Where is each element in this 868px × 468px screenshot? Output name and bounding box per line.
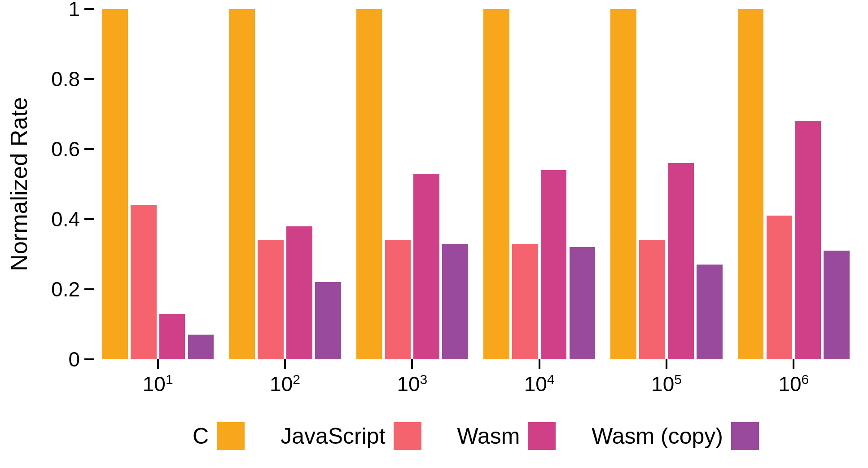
x-tick: 102 [270, 359, 300, 396]
y-tick-label: 0.8 [31, 67, 84, 91]
bar [824, 251, 850, 359]
x-tick-label: 102 [270, 372, 300, 396]
y-tick-mark [84, 8, 94, 10]
legend-swatch [731, 422, 759, 450]
y-tick: 0 [31, 347, 94, 371]
bar [767, 216, 793, 359]
bar [229, 9, 255, 359]
x-tick-label: 101 [143, 372, 173, 396]
x-tick-mark [793, 359, 794, 369]
x-tick-mark [666, 359, 667, 369]
x-tick-mark [411, 359, 413, 369]
bar [610, 9, 636, 359]
bar [286, 226, 312, 359]
y-tick-label: 0 [31, 347, 84, 371]
bar [258, 240, 284, 359]
y-axis-title: Normalized Rate [5, 97, 32, 271]
y-tick-mark [84, 218, 94, 220]
y-tick-label: 0.6 [31, 137, 84, 161]
x-tick: 106 [778, 359, 809, 396]
x-tick: 105 [651, 359, 682, 396]
y-tick-mark [84, 78, 94, 80]
x-axis-ticks: 101102103104105106 [94, 359, 857, 404]
y-tick-label: 1 [31, 0, 84, 21]
bar [159, 314, 185, 359]
legend: CJavaScriptWasmWasm (copy) [94, 422, 857, 450]
bars-layer [94, 9, 857, 359]
bar [795, 121, 821, 359]
y-tick: 0.4 [31, 207, 94, 231]
x-tick-label: 106 [778, 372, 809, 396]
bar [356, 9, 382, 359]
y-tick: 1 [31, 0, 94, 21]
y-tick-label: 0.2 [31, 277, 84, 301]
y-tick: 0.6 [31, 137, 94, 161]
y-tick: 0.2 [31, 277, 94, 301]
bar [385, 240, 411, 359]
x-tick: 103 [397, 359, 427, 396]
x-tick-mark [539, 359, 540, 369]
bar [512, 244, 538, 359]
bar [188, 335, 214, 359]
y-tick-mark [84, 288, 94, 290]
legend-swatch [394, 422, 421, 450]
legend-label: Wasm [457, 423, 520, 449]
y-tick-label: 0.4 [31, 207, 84, 231]
bar [442, 244, 468, 359]
y-tick-mark [84, 148, 94, 150]
legend-item: Wasm [457, 422, 556, 450]
legend-swatch [217, 422, 245, 450]
legend-label: Wasm (copy) [592, 423, 723, 449]
bar [483, 9, 509, 359]
x-tick-label: 104 [524, 372, 555, 396]
bar [102, 9, 128, 359]
bar [413, 174, 439, 359]
x-tick-mark [284, 359, 286, 369]
bar [738, 9, 764, 359]
legend-item: Wasm (copy) [592, 422, 759, 450]
x-tick: 101 [143, 359, 173, 396]
chart-container: Normalized Rate 00.20.40.60.81 101102103… [0, 0, 868, 468]
legend-label: C [193, 423, 209, 449]
x-tick-label: 103 [397, 372, 427, 396]
y-tick-mark [84, 358, 94, 360]
bar [668, 163, 694, 359]
bar [131, 205, 157, 359]
legend-label: JavaScript [281, 423, 385, 449]
y-tick: 0.8 [31, 67, 94, 91]
x-tick: 104 [524, 359, 555, 396]
bar [697, 265, 723, 359]
bar [639, 240, 665, 359]
legend-swatch [528, 422, 556, 450]
x-tick-mark [157, 359, 159, 369]
plot-area [94, 9, 857, 359]
y-axis-ticks: 00.20.40.60.81 [31, 9, 94, 359]
bar [541, 170, 567, 359]
legend-item: JavaScript [281, 422, 421, 450]
legend-item: C [193, 422, 245, 450]
x-tick-label: 105 [651, 372, 682, 396]
bar [570, 247, 596, 359]
bar [315, 282, 341, 359]
